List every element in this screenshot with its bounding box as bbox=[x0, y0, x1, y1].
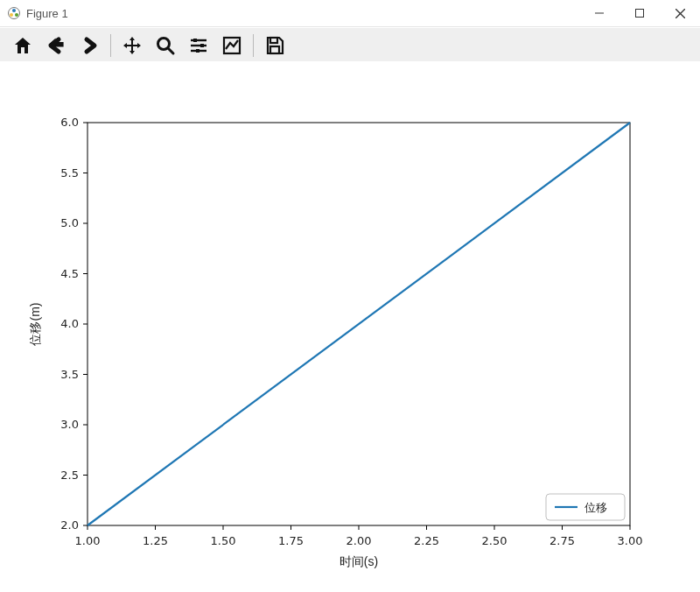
svg-rect-17 bbox=[270, 38, 277, 43]
titlebar: Figure 1 bbox=[0, 0, 700, 27]
y-tick-label: 4.5 bbox=[60, 267, 79, 280]
pan-icon[interactable] bbox=[118, 32, 146, 60]
y-tick-label: 5.5 bbox=[60, 166, 79, 180]
svg-rect-5 bbox=[636, 10, 644, 18]
back-icon[interactable] bbox=[42, 32, 70, 60]
x-tick-label: 2.25 bbox=[414, 534, 439, 547]
svg-rect-15 bbox=[196, 49, 200, 53]
y-tick-label: 3.5 bbox=[60, 368, 79, 381]
configure-icon[interactable] bbox=[185, 32, 213, 60]
zoom-icon[interactable] bbox=[151, 32, 179, 60]
toolbar bbox=[0, 27, 700, 63]
svg-line-9 bbox=[168, 48, 173, 53]
close-button[interactable] bbox=[660, 0, 700, 26]
series-line bbox=[88, 123, 630, 525]
x-tick-label: 3.00 bbox=[618, 534, 643, 547]
y-tick-label: 6.0 bbox=[60, 116, 79, 129]
x-tick-label: 2.75 bbox=[550, 534, 575, 547]
x-tick-label: 1.25 bbox=[143, 534, 168, 547]
y-tick-label: 4.0 bbox=[60, 317, 79, 330]
chart-area[interactable]: 1.001.251.501.752.002.252.502.753.002.02… bbox=[0, 61, 700, 592]
edit-axis-icon[interactable] bbox=[218, 32, 246, 60]
x-tick-label: 1.00 bbox=[75, 534, 101, 547]
minimize-button[interactable] bbox=[579, 0, 620, 26]
svg-point-3 bbox=[15, 13, 18, 17]
svg-rect-14 bbox=[200, 44, 204, 47]
x-tick-label: 2.50 bbox=[482, 534, 508, 547]
svg-point-2 bbox=[10, 13, 13, 17]
svg-rect-13 bbox=[193, 39, 197, 42]
y-tick-label: 2.0 bbox=[60, 518, 79, 532]
forward-icon[interactable] bbox=[75, 32, 103, 60]
maximize-button[interactable] bbox=[620, 0, 660, 26]
y-tick-label: 3.0 bbox=[60, 418, 79, 431]
svg-point-1 bbox=[12, 9, 16, 12]
save-icon[interactable] bbox=[261, 32, 289, 60]
y-tick-label: 5.0 bbox=[60, 216, 79, 229]
y-axis-label: 位移(m) bbox=[28, 303, 42, 346]
x-axis-label: 时间(s) bbox=[340, 554, 378, 568]
toolbar-separator bbox=[110, 34, 111, 57]
toolbar-separator bbox=[253, 34, 254, 57]
window-title: Figure 1 bbox=[26, 7, 68, 20]
x-tick-label: 1.75 bbox=[278, 534, 304, 547]
svg-rect-18 bbox=[270, 46, 279, 53]
x-tick-label: 1.50 bbox=[211, 534, 236, 547]
y-tick-label: 2.5 bbox=[60, 469, 79, 482]
app-icon bbox=[7, 6, 21, 20]
home-icon[interactable] bbox=[9, 32, 37, 60]
legend-label: 位移 bbox=[584, 501, 607, 514]
chart-svg: 1.001.251.501.752.002.252.502.753.002.02… bbox=[0, 61, 700, 592]
x-tick-label: 2.00 bbox=[346, 534, 372, 547]
